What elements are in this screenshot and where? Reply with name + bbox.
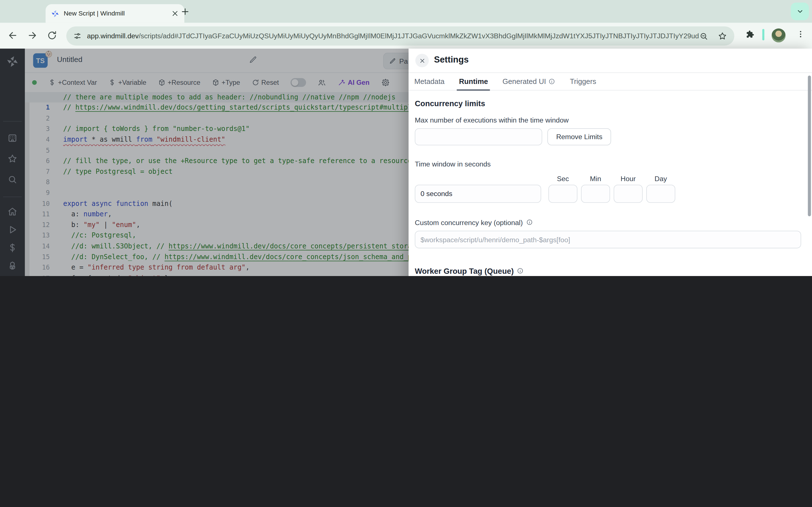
reload-button[interactable] <box>47 30 57 41</box>
sidebar-item-runs[interactable] <box>0 223 25 237</box>
windmill-logo-icon[interactable] <box>0 55 25 68</box>
max-executions-label: Max number of executions within the time… <box>415 116 806 124</box>
reset-icon <box>252 78 259 87</box>
collaborators-icon[interactable] <box>317 78 326 87</box>
address-bar[interactable]: app.windmill.dev/scripts/add#JTdCJTIyaGF… <box>66 26 734 46</box>
tab-metadata[interactable]: Metadata <box>414 72 444 90</box>
toolbar-resource-button[interactable]: +Resource <box>158 78 200 87</box>
new-tab-button[interactable] <box>180 7 190 17</box>
url-text: app.windmill.dev/scripts/add#JTdCJTIyaGF… <box>87 32 699 40</box>
duration-sec-input[interactable] <box>548 185 577 203</box>
search-icon <box>7 174 18 185</box>
settings-header: Settings <box>409 49 812 73</box>
unit-label: Hour <box>614 175 643 183</box>
ai-gen-button[interactable]: AI Gen <box>338 78 370 87</box>
tab-title: New Script | Windmill <box>64 10 171 17</box>
toolbar-contextvar-button[interactable]: +Context Var <box>48 78 97 87</box>
sidebar-divider <box>3 196 22 197</box>
app-main: TS Untitled Pa +Context Var +Variable +R… <box>0 49 812 276</box>
browser-window: New Script | Windmill app.windmill.dev/s… <box>0 0 812 276</box>
dollar-icon <box>48 78 56 87</box>
wand-icon <box>338 78 345 87</box>
close-icon <box>419 57 425 64</box>
profile-avatar[interactable] <box>772 29 786 43</box>
back-button[interactable] <box>7 30 18 41</box>
concurrency-key-label: Custom concurrency key (optional) <box>415 219 806 227</box>
duration-hour-input[interactable] <box>614 185 643 203</box>
worker-group-heading: Worker Group Tag (Queue) <box>415 267 806 275</box>
toolbar-type-button[interactable]: +Type <box>212 78 240 87</box>
remove-limits-button[interactable]: Remove Limits <box>547 128 611 146</box>
concurrency-key-input[interactable] <box>415 231 801 248</box>
forward-button[interactable] <box>27 30 38 41</box>
tab-generated-ui[interactable]: Generated UI <box>502 72 555 90</box>
favorites-icon <box>7 154 18 164</box>
app-sidebar <box>0 49 25 276</box>
settings-title: Settings <box>434 55 469 65</box>
resources-icon <box>7 261 18 271</box>
script-title[interactable]: Untitled <box>57 55 82 64</box>
sidebar-item-home[interactable] <box>0 205 25 218</box>
site-settings-icon[interactable] <box>73 32 82 40</box>
edit-title-pencil-icon[interactable] <box>249 55 257 64</box>
time-window-label: Time window in seconds <box>415 160 806 168</box>
editor-settings-gear-icon[interactable] <box>381 78 390 87</box>
duration-main-input[interactable] <box>415 185 541 203</box>
info-icon <box>526 219 532 226</box>
info-icon <box>549 78 555 84</box>
diff-toggle[interactable] <box>290 78 306 87</box>
cube-icon <box>158 78 165 87</box>
sidebar-item-resources[interactable] <box>0 259 25 273</box>
toolbar-variable-button[interactable]: +Variable <box>108 78 146 87</box>
cube-icon <box>212 78 220 87</box>
browser-menu-icon[interactable] <box>796 30 805 39</box>
pencil-icon <box>389 57 396 65</box>
toolbar-reset-button[interactable]: Reset <box>252 78 279 87</box>
unit-label: Day <box>646 175 675 183</box>
close-button[interactable] <box>415 54 429 67</box>
tab-close-icon[interactable] <box>171 9 179 17</box>
sidebar-item-workspace[interactable] <box>0 131 25 145</box>
home-icon <box>7 207 18 217</box>
baby-emoji-badge <box>45 50 53 58</box>
tab-triggers[interactable]: Triggers <box>570 72 596 90</box>
unit-label: Min <box>581 175 610 183</box>
duration-day-input[interactable] <box>646 185 675 203</box>
extension-pin-indicator <box>762 29 764 40</box>
concurrency-heading: Concurrency limits <box>415 99 806 108</box>
sidebar-item-favorites[interactable] <box>0 152 25 166</box>
browser-tab[interactable]: New Script | Windmill <box>46 4 185 23</box>
settings-drawer: Settings Metadata Runtime Generated UI T… <box>409 49 812 276</box>
time-window-duration: SecMinHourDay <box>415 175 806 203</box>
settings-body: Concurrency limits Max number of executi… <box>409 90 812 276</box>
window-chevron-button[interactable] <box>791 3 809 20</box>
dollar-icon <box>108 78 116 87</box>
runs-icon <box>7 224 18 235</box>
extensions-icon[interactable] <box>745 30 755 40</box>
variables-icon <box>7 242 18 253</box>
sidebar-item-search[interactable] <box>0 173 25 186</box>
bookmark-star-icon[interactable] <box>718 31 727 41</box>
sidebar-divider <box>3 121 22 122</box>
zoom-out-icon[interactable] <box>699 31 709 41</box>
info-icon <box>517 268 523 274</box>
max-executions-input[interactable] <box>415 128 542 146</box>
settings-tabs: Metadata Runtime Generated UI Triggers <box>409 72 812 91</box>
status-dot <box>32 80 37 85</box>
unit-label: Sec <box>548 175 577 183</box>
duration-min-input[interactable] <box>581 185 610 203</box>
tab-strip: New Script | Windmill <box>0 0 812 23</box>
windmill-favicon <box>51 9 59 18</box>
sidebar-item-variables[interactable] <box>0 241 25 255</box>
tab-runtime[interactable]: Runtime <box>459 72 488 90</box>
workspace-icon <box>7 133 18 144</box>
chevron-down-icon <box>796 7 804 15</box>
browser-toolbar: app.windmill.dev/scripts/add#JTdCJTIyaGF… <box>0 23 812 49</box>
panel-scrollbar[interactable] <box>808 75 811 216</box>
